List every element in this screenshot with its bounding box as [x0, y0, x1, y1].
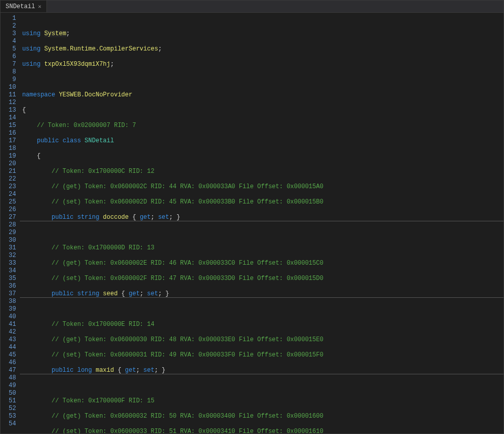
accessor: set [143, 367, 155, 374]
accessor: set [147, 290, 158, 297]
line-number: 51 [9, 397, 16, 405]
close-icon[interactable]: ✕ [38, 3, 42, 10]
line-number: 24 [9, 191, 16, 198]
line-number: 49 [9, 382, 16, 390]
namespace: YESWEB.DocNoProvider [59, 91, 132, 98]
keyword: using [22, 30, 44, 37]
member: maxid [95, 367, 114, 374]
type-keyword: string [77, 290, 103, 297]
code-editor[interactable]: 1234567891011121314151617181920212223242… [1, 13, 503, 433]
line-number: 31 [9, 244, 16, 252]
punct: { [129, 214, 140, 221]
line-number: 23 [9, 183, 16, 191]
keyword: using [22, 45, 44, 53]
brace: { [22, 152, 40, 160]
line-number: 42 [9, 328, 16, 336]
line-number: 15 [9, 122, 16, 130]
type: SNDetail [85, 137, 114, 144]
line-number: 27 [9, 214, 16, 221]
line-number: 12 [9, 99, 16, 107]
line-number: 5 [9, 45, 16, 53]
line-number: 46 [9, 359, 16, 367]
comment: // (get) Token: 0x0600002E RID: 46 RVA: … [22, 260, 323, 267]
line-number: 21 [9, 168, 16, 175]
line-number: 40 [9, 313, 16, 321]
line-number: 17 [9, 137, 16, 145]
comment: // (set) Token: 0x06000031 RID: 49 RVA: … [22, 351, 323, 359]
type-keyword: string [77, 214, 103, 221]
blank-line [20, 382, 503, 390]
keyword: public [52, 367, 77, 374]
line-number: 6 [9, 53, 16, 61]
comment: // Token: 0x02000007 RID: 7 [22, 122, 136, 129]
line-number: 19 [9, 152, 16, 160]
comment: // (set) Token: 0x0600002F RID: 47 RVA: … [22, 275, 323, 282]
comment: // (get) Token: 0x06000030 RID: 48 RVA: … [22, 336, 323, 343]
line-number: 44 [9, 344, 16, 351]
tab-sndetail[interactable]: SNDetail ✕ [1, 1, 47, 12]
line-number: 53 [9, 413, 16, 420]
punct: ; [110, 61, 114, 68]
line-number: 33 [9, 260, 16, 267]
indent [22, 290, 52, 297]
line-number: 13 [9, 107, 16, 114]
type-keyword: long [77, 367, 95, 374]
indent [22, 367, 52, 374]
line-number: 35 [9, 275, 16, 283]
line-number: 41 [9, 321, 16, 328]
line-number: 47 [9, 367, 16, 374]
line-number-gutter: 1234567891011121314151617181920212223242… [1, 13, 20, 433]
accessor: get [125, 367, 136, 374]
line-number: 34 [9, 267, 16, 275]
accessor: get [129, 290, 140, 297]
keyword: public [52, 214, 77, 221]
punct: { [114, 367, 125, 374]
line-number: 22 [9, 175, 16, 183]
punct: ; } [155, 367, 166, 374]
line-number: 16 [9, 130, 16, 137]
blank-line [20, 305, 503, 313]
line-number: 36 [9, 283, 16, 290]
line-number: 20 [9, 160, 16, 168]
accessor: set [158, 214, 169, 221]
line-number: 9 [9, 76, 16, 84]
comment: // Token: 0x1700000D RID: 13 [22, 244, 154, 251]
code-area[interactable]: using System; using System.Runtime.Compi… [20, 13, 503, 433]
line-number: 28 [9, 221, 16, 229]
namespace: System.Runtime.CompilerServices [44, 45, 158, 53]
line-number: 2 [9, 22, 16, 30]
line-number: 32 [9, 252, 16, 260]
punct: ; [66, 30, 70, 37]
line-number: 43 [9, 336, 16, 344]
keyword: public class [37, 137, 85, 144]
line-number: 37 [9, 290, 16, 298]
line-number: 26 [9, 206, 16, 214]
blank-line [20, 229, 503, 237]
member: seed [103, 290, 118, 297]
brace: { [22, 107, 26, 114]
line-number: 25 [9, 198, 16, 206]
line-number: 4 [9, 38, 16, 45]
indent [22, 214, 52, 221]
comment: // Token: 0x1700000F RID: 15 [22, 397, 154, 404]
line-number: 54 [9, 420, 16, 428]
line-number: 30 [9, 237, 16, 244]
line-number: 3 [9, 30, 16, 38]
punct: ; } [158, 290, 169, 297]
punct: ; [140, 290, 147, 297]
namespace: System [44, 30, 66, 37]
line-number: 18 [9, 145, 16, 152]
line-number: 11 [9, 91, 16, 99]
punct: ; } [169, 214, 181, 221]
keyword: public [52, 290, 77, 297]
comment: // (set) Token: 0x0600002D RID: 45 RVA: … [22, 198, 323, 206]
line-number: 48 [9, 374, 16, 382]
keyword: namespace [22, 91, 59, 98]
punct: { [118, 290, 129, 297]
member: doccode [103, 214, 129, 221]
blank-line [20, 76, 503, 84]
line-number: 45 [9, 351, 16, 359]
line-number: 1 [9, 15, 16, 22]
line-number: 39 [9, 305, 16, 313]
line-number: 38 [9, 298, 16, 305]
